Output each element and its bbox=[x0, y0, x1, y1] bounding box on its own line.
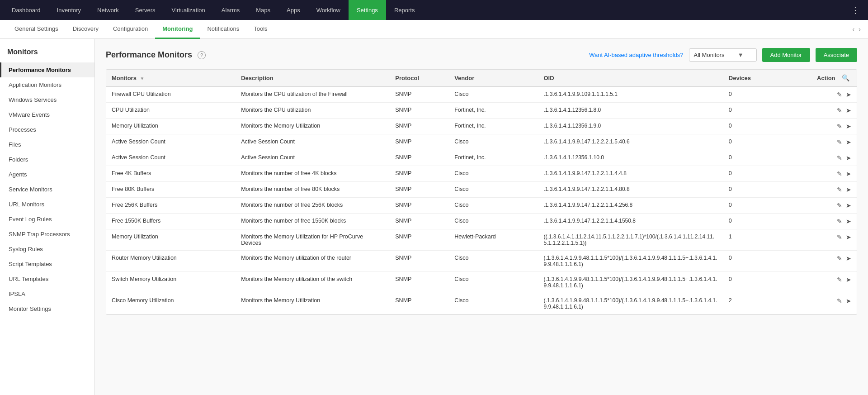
cell-action: ✎ ➤ bbox=[780, 229, 857, 251]
cell-action: ✎ ➤ bbox=[780, 272, 857, 293]
sidebar-item-service-monitors[interactable]: Service Monitors bbox=[0, 182, 94, 197]
edit-icon[interactable]: ✎ bbox=[837, 186, 842, 193]
table-row: Switch Memory Utilization Monitors the M… bbox=[106, 272, 857, 293]
associate-row-icon[interactable]: ➤ bbox=[846, 233, 851, 241]
edit-icon[interactable]: ✎ bbox=[837, 255, 842, 262]
col-monitors[interactable]: Monitors ▼ bbox=[106, 70, 236, 86]
associate-row-icon[interactable]: ➤ bbox=[846, 107, 851, 114]
sidebar-item-processes[interactable]: Processes bbox=[0, 122, 94, 137]
associate-row-icon[interactable]: ➤ bbox=[846, 276, 851, 283]
table-row: Free 256K Buffers Monitors the number of… bbox=[106, 198, 857, 214]
table-row: Router Memory Utilization Monitors the M… bbox=[106, 251, 857, 272]
subnav-configuration[interactable]: Configuration bbox=[106, 20, 155, 39]
cell-devices: 0 bbox=[723, 198, 780, 214]
cell-oid: .1.3.6.1.4.1.9.9.147.1.2.2.1.1.4.1550.8 bbox=[538, 214, 723, 229]
nav-item-inventory[interactable]: Inventory bbox=[49, 0, 89, 20]
sidebar-item-agents[interactable]: Agents bbox=[0, 167, 94, 182]
sidebar-item-folders[interactable]: Folders bbox=[0, 152, 94, 167]
sidebar-item-url-monitors[interactable]: URL Monitors bbox=[0, 197, 94, 212]
subnav-tools[interactable]: Tools bbox=[246, 20, 274, 39]
arrow-right[interactable]: › bbox=[859, 25, 861, 33]
associate-row-icon[interactable]: ➤ bbox=[846, 186, 851, 193]
cell-oid: ((.1.3.6.1.4.1.11.2.14.11.5.1.1.2.2.1.1.… bbox=[538, 229, 723, 251]
nav-item-reports[interactable]: Reports bbox=[386, 0, 423, 20]
cell-protocol: SNMP bbox=[390, 103, 449, 119]
associate-row-icon[interactable]: ➤ bbox=[846, 218, 851, 225]
associate-row-icon[interactable]: ➤ bbox=[846, 138, 851, 146]
associate-row-icon[interactable]: ➤ bbox=[846, 255, 851, 262]
add-monitor-button[interactable]: Add Monitor bbox=[762, 48, 810, 62]
sidebar-item-vmware-events[interactable]: VMware Events bbox=[0, 107, 94, 122]
subnav-general-settings[interactable]: General Settings bbox=[7, 20, 66, 39]
sidebar-item-performance-monitors[interactable]: Performance Monitors bbox=[0, 62, 94, 77]
arrow-left[interactable]: ‹ bbox=[852, 25, 854, 33]
sidebar-item-application-monitors[interactable]: Application Monitors bbox=[0, 77, 94, 92]
edit-icon[interactable]: ✎ bbox=[837, 276, 842, 283]
cell-oid: (.1.3.6.1.4.1.9.9.48.1.1.1.5*100)/(.1.3.… bbox=[538, 272, 723, 293]
edit-icon[interactable]: ✎ bbox=[837, 123, 842, 130]
ai-link[interactable]: Want AI-based adaptive thresholds? bbox=[589, 52, 683, 58]
nav-item-workflow[interactable]: Workflow bbox=[308, 0, 349, 20]
sidebar-item-ipsla[interactable]: IPSLA bbox=[0, 286, 94, 301]
cell-oid: (.1.3.6.1.4.1.9.9.48.1.1.1.5*100)/(.1.3.… bbox=[538, 293, 723, 314]
cell-protocol: SNMP bbox=[390, 150, 449, 166]
edit-icon[interactable]: ✎ bbox=[837, 233, 842, 241]
cell-protocol: SNMP bbox=[390, 272, 449, 293]
edit-icon[interactable]: ✎ bbox=[837, 202, 842, 209]
nav-item-dashboard[interactable]: Dashboard bbox=[4, 0, 49, 20]
nav-item-settings[interactable]: Settings bbox=[349, 0, 386, 20]
associate-row-icon[interactable]: ➤ bbox=[846, 91, 851, 98]
cell-action: ✎ ➤ bbox=[780, 198, 857, 214]
cell-protocol: SNMP bbox=[390, 182, 449, 198]
help-icon[interactable]: ? bbox=[198, 51, 206, 59]
associate-row-icon[interactable]: ➤ bbox=[846, 170, 851, 177]
sidebar-item-windows-services[interactable]: Windows Services bbox=[0, 92, 94, 107]
edit-icon[interactable]: ✎ bbox=[837, 297, 842, 305]
cell-action: ✎ ➤ bbox=[780, 214, 857, 229]
sidebar-item-snmp-trap-processors[interactable]: SNMP Trap Processors bbox=[0, 227, 94, 242]
cell-oid: .1.3.6.1.4.1.9.9.109.1.1.1.1.5.1 bbox=[538, 86, 723, 103]
sidebar-item-monitor-settings[interactable]: Monitor Settings bbox=[0, 301, 94, 316]
cell-action: ✎ ➤ bbox=[780, 251, 857, 272]
nav-item-maps[interactable]: Maps bbox=[248, 0, 278, 20]
associate-row-icon[interactable]: ➤ bbox=[846, 154, 851, 162]
sidebar-item-syslog-rules[interactable]: Syslog Rules bbox=[0, 242, 94, 257]
subnav-notifications[interactable]: Notifications bbox=[200, 20, 246, 39]
associate-row-icon[interactable]: ➤ bbox=[846, 202, 851, 209]
cell-oid: .1.3.6.1.4.1.9.9.147.1.2.2.1.1.4.256.8 bbox=[538, 198, 723, 214]
associate-row-icon[interactable]: ➤ bbox=[846, 297, 851, 305]
edit-icon[interactable]: ✎ bbox=[837, 170, 842, 177]
edit-icon[interactable]: ✎ bbox=[837, 154, 842, 162]
cell-description: Monitors the number of free 80K blocks bbox=[236, 182, 390, 198]
col-oid: OID bbox=[538, 70, 723, 86]
nav-item-servers[interactable]: Servers bbox=[127, 0, 164, 20]
associate-button[interactable]: Associate bbox=[816, 48, 857, 62]
nav-more-dots[interactable]: ⋮ bbox=[846, 5, 864, 15]
cell-vendor: Cisco bbox=[449, 214, 538, 229]
cell-monitor-name: Active Session Count bbox=[106, 150, 236, 166]
associate-row-icon[interactable]: ➤ bbox=[846, 123, 851, 130]
sidebar-item-script-templates[interactable]: Script Templates bbox=[0, 257, 94, 271]
nav-item-apps[interactable]: Apps bbox=[278, 0, 308, 20]
subnav-discovery[interactable]: Discovery bbox=[66, 20, 106, 39]
edit-icon[interactable]: ✎ bbox=[837, 218, 842, 225]
edit-icon[interactable]: ✎ bbox=[837, 107, 842, 114]
sidebar-item-url-templates[interactable]: URL Templates bbox=[0, 271, 94, 286]
table-search-icon[interactable]: 🔍 bbox=[842, 74, 849, 81]
edit-icon[interactable]: ✎ bbox=[837, 91, 842, 98]
nav-item-network[interactable]: Network bbox=[89, 0, 127, 20]
table-row: Active Session Count Active Session Coun… bbox=[106, 150, 857, 166]
sidebar-item-files[interactable]: Files bbox=[0, 137, 94, 152]
cell-vendor: Cisco bbox=[449, 251, 538, 272]
cell-vendor: Fortinet, Inc. bbox=[449, 150, 538, 166]
col-action: Action 🔍 bbox=[780, 70, 857, 86]
sidebar-item-event-log-rules[interactable]: Event Log Rules bbox=[0, 212, 94, 227]
monitors-dropdown[interactable]: All Monitors ▼ bbox=[689, 48, 757, 62]
nav-item-alarms[interactable]: Alarms bbox=[213, 0, 248, 20]
nav-item-virtualization[interactable]: Virtualization bbox=[164, 0, 213, 20]
col-monitors-label: Monitors bbox=[112, 75, 137, 81]
edit-icon[interactable]: ✎ bbox=[837, 138, 842, 146]
cell-devices: 0 bbox=[723, 166, 780, 182]
subnav-monitoring[interactable]: Monitoring bbox=[155, 20, 200, 39]
cell-vendor: Cisco bbox=[449, 166, 538, 182]
